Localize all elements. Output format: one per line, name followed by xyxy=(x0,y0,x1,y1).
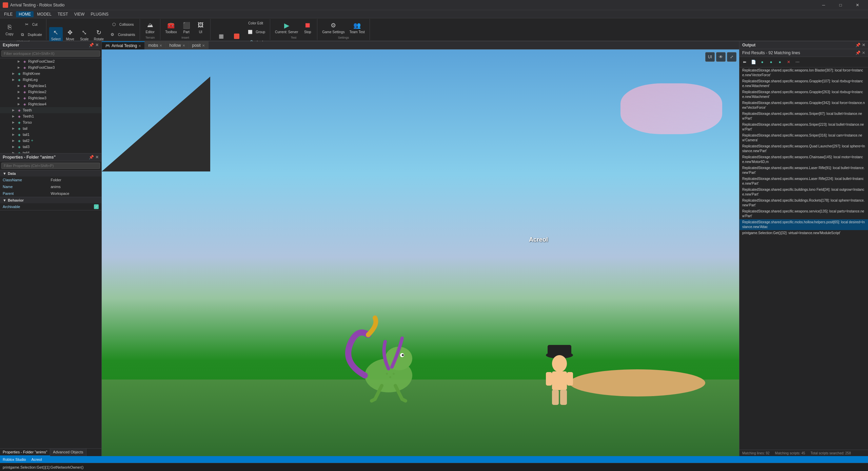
output-pin-icon[interactable]: 📌 xyxy=(855,43,861,47)
tree-item-teeth1[interactable]: ▶◈Teeth1 xyxy=(0,113,101,119)
close-mobs-tab[interactable]: ✕ xyxy=(159,44,162,47)
duplicate-button[interactable]: ⧉ Duplicate xyxy=(17,30,43,39)
find-result-2[interactable]: ReplicatedStorage.shared.specific.weapon… xyxy=(739,89,868,100)
copy-button[interactable]: ⎘ Copy xyxy=(3,22,16,37)
tree-arrow-tail[interactable]: ▶ xyxy=(12,127,17,130)
find-result-9[interactable]: ReplicatedStorage.shared.specific.weapon… xyxy=(739,165,868,176)
tree-item-torso[interactable]: ▶◈Torso xyxy=(0,119,101,125)
game-settings-button[interactable]: ⚙ Game Settings xyxy=(320,20,347,35)
tree-arrow-rightKnee[interactable]: ▶ xyxy=(12,72,17,75)
menu-home[interactable]: HOME xyxy=(16,11,34,17)
tree-item-rightKnee[interactable]: ▶◈RightKnee xyxy=(0,70,101,77)
visibility-toggle-button[interactable]: 👁 xyxy=(716,52,726,62)
tree-item-tail[interactable]: ▶◈tail xyxy=(0,125,101,131)
find-green1-btn[interactable]: ● xyxy=(758,58,766,66)
tree-arrow-teeth[interactable]: ▶ xyxy=(12,108,17,112)
maximize-button[interactable]: □ xyxy=(833,0,848,10)
menu-file[interactable]: FILE xyxy=(1,11,15,17)
tree-arrow-rightLeg[interactable]: ▶ xyxy=(12,78,17,81)
find-result-10[interactable]: ReplicatedStorage.shared.specific.weapon… xyxy=(739,176,868,187)
tree-arrow-rightclaw1[interactable]: ▶ xyxy=(18,84,22,87)
tree-add-btn-tail2[interactable]: + xyxy=(31,138,33,143)
close-button[interactable]: ✕ xyxy=(850,0,865,10)
current-server-button[interactable]: ▶ Current: Server xyxy=(273,20,300,35)
tree-item-rightclaw1[interactable]: ▶◈Rightclaw1 xyxy=(0,83,101,89)
find-result-13[interactable]: ReplicatedStorage.shared.specific.weapon… xyxy=(739,208,868,219)
explorer-pin-icon[interactable]: 📌 xyxy=(89,43,94,47)
find-result-1[interactable]: ReplicatedStorage.shared.specific.weapon… xyxy=(739,78,868,89)
tree-arrow-rightclaw3[interactable]: ▶ xyxy=(18,96,22,100)
move-button[interactable]: ✥ Move xyxy=(63,27,77,42)
explorer-search-input[interactable] xyxy=(1,50,100,57)
tree-item-rightFootClaw2[interactable]: ▶◈RightFootClaw2 xyxy=(0,58,101,64)
find-results-close-icon[interactable]: ✕ xyxy=(862,50,865,55)
close-posit-tab[interactable]: ✕ xyxy=(202,44,205,47)
color-edit-button[interactable]: Color Edit xyxy=(244,20,267,26)
tree-item-rightclaw3[interactable]: ▶◈Rightclaw3 xyxy=(0,95,101,101)
tab-properties-folder[interactable]: Properties - Folder "anims" xyxy=(0,449,50,456)
tree-item-rightclaw2[interactable]: ▶◈Rightclaw2 xyxy=(0,89,101,95)
tree-arrow-rightFootClaw2[interactable]: ▶ xyxy=(18,60,22,63)
tree-arrow-rightclaw2[interactable]: ▶ xyxy=(18,90,22,94)
terrain-editor-button[interactable]: ⛰ Editor xyxy=(143,20,157,35)
close-hollow-tab[interactable]: ✕ xyxy=(182,44,185,47)
close-arrival-testing-tab[interactable]: ✕ xyxy=(138,44,141,48)
output-close-icon[interactable]: ✕ xyxy=(862,43,865,47)
tree-item-tail2[interactable]: ▶◈tail2+ xyxy=(0,138,101,144)
ui-toggle-button[interactable]: UI xyxy=(705,52,715,62)
behavior-section-header[interactable]: ▼ Behavior xyxy=(0,197,101,203)
fullscreen-button[interactable]: ⤢ xyxy=(727,52,736,62)
tab-hollow[interactable]: hollow ✕ xyxy=(166,41,189,49)
select-button[interactable]: ↖ Select xyxy=(49,27,63,42)
find-green2-btn[interactable]: ● xyxy=(767,58,775,66)
menu-view[interactable]: VIEW xyxy=(72,11,87,17)
find-result-8[interactable]: ReplicatedStorage.shared.specific.weapon… xyxy=(739,154,868,165)
tab-arrival-testing[interactable]: 🎮 Arrival Testing ✕ xyxy=(102,41,145,49)
find-result-4[interactable]: ReplicatedStorage.shared.specific.weapon… xyxy=(739,111,868,122)
data-section-header[interactable]: ▼ Data xyxy=(0,170,101,177)
viewport-content[interactable]: Acreol UI 👁 ⤢ xyxy=(102,49,739,464)
find-result-12[interactable]: ReplicatedStorage.shared.specific.buildi… xyxy=(739,198,868,208)
tree-item-rightFootClaw3[interactable]: ▶◈RightFootClaw3 xyxy=(0,64,101,70)
stop-button[interactable]: ⏹ Stop xyxy=(301,20,314,35)
find-result-3[interactable]: ReplicatedStorage.shared.specific.weapon… xyxy=(739,100,868,111)
scale-button[interactable]: ⤡ Scale xyxy=(78,27,91,42)
rotate-button[interactable]: ↻ Rotate xyxy=(92,27,106,42)
find-result-15[interactable]: printgame.Selection:Get()[32]: virtual=I… xyxy=(739,230,868,236)
find-more-btn[interactable]: ⋯ xyxy=(794,58,801,66)
tree-arrow-rightFootClaw3[interactable]: ▶ xyxy=(18,66,22,69)
tab-posit[interactable]: posit ✕ xyxy=(189,41,209,49)
tree-item-rightLeg[interactable]: ▶◈RightLeg xyxy=(0,77,101,83)
tab-mobs[interactable]: mobs ✕ xyxy=(145,41,166,49)
part-button[interactable]: ⬛ Part xyxy=(180,20,193,35)
tree-arrow-tail2[interactable]: ▶ xyxy=(12,139,17,142)
tree-item-tail1[interactable]: ▶◈tail1 xyxy=(0,131,101,138)
find-clear-btn[interactable]: ✕ xyxy=(785,58,792,66)
find-results-pin-icon[interactable]: 📌 xyxy=(855,50,861,55)
properties-pin-icon[interactable]: 📌 xyxy=(89,155,94,160)
constraints-button[interactable]: ⚙ Constraints xyxy=(106,30,137,39)
team-test-button[interactable]: 👥 Team Test xyxy=(347,20,367,35)
find-result-5[interactable]: ReplicatedStorage.shared.specific.weapon… xyxy=(739,122,868,132)
tree-arrow-rightclaw4[interactable]: ▶ xyxy=(18,102,22,106)
toolbox-button[interactable]: 🧰 Toolbox xyxy=(163,20,179,35)
find-back-btn[interactable]: ⬅ xyxy=(741,58,748,66)
find-result-11[interactable]: ReplicatedStorage.shared.specific.buildi… xyxy=(739,187,868,198)
tree-arrow-torso[interactable]: ▶ xyxy=(12,121,17,124)
group-button[interactable]: ⬜ Group xyxy=(244,27,267,37)
tree-item-teeth[interactable]: ▶◈Teeth xyxy=(0,107,101,113)
ui-button[interactable]: 🖼 UI xyxy=(194,20,208,35)
find-result-14[interactable]: ReplicatedStorage.shared.specific.mobs.h… xyxy=(739,219,868,230)
find-result-7[interactable]: ReplicatedStorage.shared.specific.weapon… xyxy=(739,143,868,154)
find-script-btn[interactable]: 📄 xyxy=(750,58,757,66)
menu-test[interactable]: TEST xyxy=(55,11,71,17)
tree-arrow-tail1[interactable]: ▶ xyxy=(12,133,17,136)
tab-advanced-objects[interactable]: Advanced Objects xyxy=(50,449,86,456)
cut-button[interactable]: ✂ Cut xyxy=(17,20,43,29)
tree-item-tail3[interactable]: ▶◈tail3 xyxy=(0,144,101,150)
properties-search-input[interactable] xyxy=(1,163,100,169)
menu-model[interactable]: MODEL xyxy=(34,11,54,17)
minimize-button[interactable]: ─ xyxy=(816,0,831,10)
tree-item-rightclaw4[interactable]: ▶◈Rightclaw4 xyxy=(0,101,101,107)
explorer-close-icon[interactable]: ✕ xyxy=(95,43,99,47)
